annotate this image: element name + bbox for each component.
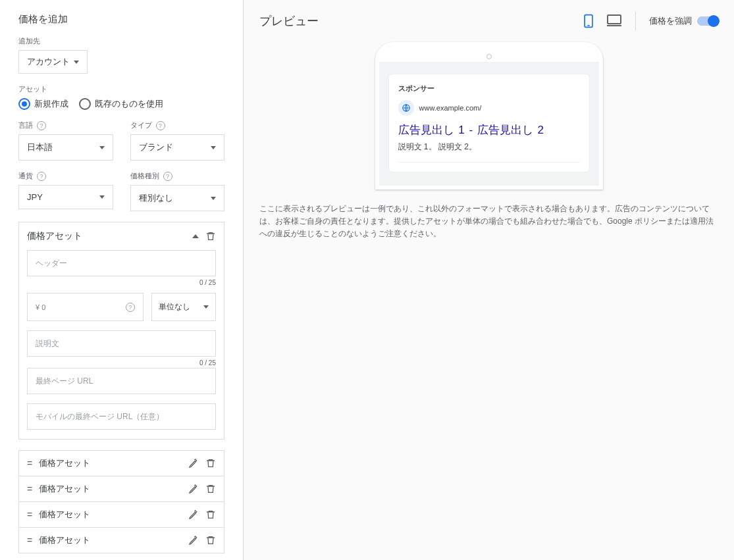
site-url: www.example.com/ (419, 104, 482, 112)
language-value: 日本語 (27, 141, 53, 153)
type-label: タイプ (130, 120, 152, 130)
pencil-icon[interactable] (188, 484, 199, 494)
unit-select[interactable]: 単位なし (151, 293, 216, 321)
radio-new-label: 新規作成 (34, 98, 68, 110)
add-to-dropdown[interactable]: アカウント (18, 50, 88, 74)
emphasize-toggle[interactable] (697, 16, 718, 26)
final-url-input[interactable] (27, 368, 216, 394)
trash-icon[interactable] (205, 535, 216, 546)
collapsed-item-label: 価格アセット (39, 483, 90, 495)
header-counter: 0 / 25 (27, 279, 216, 286)
svg-rect-2 (608, 15, 621, 24)
radio-new[interactable]: 新規作成 (18, 98, 68, 110)
device-frame: スポンサー www.example.com/ 広告見出し 1 - 広告見出し 2… (375, 42, 603, 190)
ad-headline: 広告見出し 1 - 広告見出し 2 (398, 122, 580, 138)
price-input[interactable]: ¥ 0 ? (27, 293, 144, 321)
qualifier-select[interactable]: 種別なし (130, 185, 225, 211)
pencil-icon[interactable] (188, 509, 199, 520)
add-to-label: 追加先 (18, 36, 224, 46)
pencil-icon[interactable] (188, 535, 199, 546)
description-input[interactable] (27, 330, 216, 357)
speaker-icon (486, 54, 492, 59)
collapsed-asset-item[interactable]: = 価格アセット (18, 476, 224, 502)
left-panel: 価格を追加 追加先 アカウント アセット 新規作成 既存のものを使用 (0, 0, 244, 560)
drag-handle-icon[interactable]: = (27, 535, 32, 546)
language-select[interactable]: 日本語 (18, 134, 113, 161)
type-value: ブランド (139, 141, 173, 153)
help-icon[interactable]: ? (163, 172, 172, 181)
trash-icon[interactable] (205, 458, 216, 469)
trash-icon[interactable] (205, 484, 216, 494)
type-select[interactable]: ブランド (130, 134, 225, 161)
sponsor-label: スポンサー (398, 84, 580, 93)
collapsed-item-label: 価格アセット (39, 457, 90, 469)
currency-select[interactable]: JPY (18, 185, 113, 209)
emphasize-label: 価格を強調 (649, 15, 692, 27)
pencil-icon[interactable] (188, 458, 199, 469)
help-icon[interactable]: ? (37, 172, 46, 181)
asset-title: 価格アセット (27, 230, 82, 242)
preview-title: プレビュー (259, 13, 319, 29)
collapsed-asset-list: = 価格アセット = 価格アセット (18, 450, 224, 553)
globe-icon (398, 100, 414, 116)
radio-icon (18, 98, 30, 110)
ad-card: スポンサー www.example.com/ 広告見出し 1 - 広告見出し 2… (388, 74, 590, 172)
currency-label: 通貨 (18, 171, 33, 181)
mobile-url-input[interactable] (27, 403, 216, 430)
asset-section-label: アセット (18, 84, 224, 94)
currency-value: JPY (27, 192, 43, 202)
price-asset-expanded: 価格アセット 0 / 25 ¥ 0 ? 単位なし (18, 222, 224, 440)
desktop-device-icon[interactable] (606, 14, 622, 28)
price-placeholder: ¥ 0 (36, 303, 45, 311)
qualifier-label: 価格種別 (130, 171, 159, 181)
mobile-device-icon[interactable] (583, 14, 594, 28)
help-icon[interactable]: ? (156, 121, 165, 130)
radio-existing-label: 既存のものを使用 (95, 98, 163, 110)
drag-handle-icon[interactable]: = (27, 484, 32, 494)
chevron-down-icon (211, 146, 216, 149)
ad-description: 説明文 1。 説明文 2。 (398, 141, 580, 153)
header-input[interactable] (27, 250, 216, 276)
description-counter: 0 / 25 (27, 359, 216, 367)
collapsed-asset-item[interactable]: = 価格アセット (18, 450, 224, 476)
collapsed-asset-item[interactable]: = 価格アセット (18, 502, 224, 528)
drag-handle-icon[interactable]: = (27, 458, 32, 469)
radio-icon (79, 98, 91, 110)
divider (398, 162, 580, 163)
help-icon[interactable]: ? (37, 121, 46, 130)
chevron-up-icon[interactable] (192, 234, 199, 238)
drag-handle-icon[interactable]: = (27, 509, 32, 520)
disclaimer-text: ここに表示されるプレビューは一例であり、これ以外のフォーマットで表示される場合も… (244, 190, 734, 254)
chevron-down-icon (99, 146, 105, 149)
collapsed-item-label: 価格アセット (39, 534, 90, 546)
collapsed-item-label: 価格アセット (39, 509, 90, 521)
trash-icon[interactable] (205, 509, 216, 520)
chevron-down-icon (74, 61, 79, 64)
help-icon[interactable]: ? (126, 303, 135, 312)
chevron-down-icon (99, 195, 105, 199)
unit-value: 単位なし (159, 301, 190, 313)
right-panel: プレビュー 価格を強調 (244, 0, 734, 560)
radio-existing[interactable]: 既存のものを使用 (79, 98, 163, 110)
language-label: 言語 (18, 120, 33, 130)
divider (635, 12, 636, 30)
chevron-down-icon (211, 197, 216, 200)
trash-icon[interactable] (205, 231, 216, 242)
page-title: 価格を追加 (18, 13, 224, 26)
chevron-down-icon (203, 305, 209, 309)
qualifier-value: 種別なし (139, 192, 173, 204)
add-to-value: アカウント (27, 56, 70, 68)
collapsed-asset-item[interactable]: = 価格アセット (18, 528, 224, 553)
